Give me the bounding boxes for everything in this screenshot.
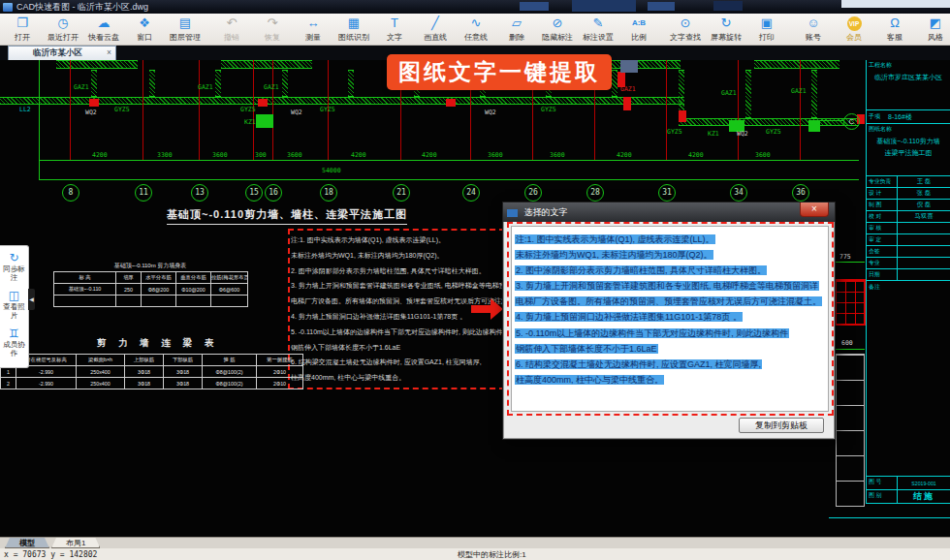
side-panel-items: ↻ 同步标注 ◫ 查看照片 ♊ 成员协作: [0, 251, 28, 358]
subproject-label: 子项: [869, 112, 880, 121]
table-cell: 梁截面b×h: [77, 355, 125, 366]
titleblock-row-label: 审 核: [867, 223, 898, 233]
extracted-text-area[interactable]: 注:1. 图中实线表示为墙体(Q1), 虚线表示连梁(LL)。 未标注外墙均为W…: [511, 226, 829, 412]
table-header-row: 标 高墙厚水平分布筋垂直分布筋拉筋(梅花形布置): [54, 272, 248, 284]
toolbar-item-icon: ↻: [709, 16, 744, 31]
table-cell: 3Φ18: [125, 366, 164, 378]
extracted-text-line[interactable]: 未标注外墙均为WQ1, 未标注内墙均为180厚(Q2)。: [515, 246, 825, 262]
dialog-titlebar[interactable]: 选择的文字 ×: [503, 202, 835, 222]
sheetname-label: 图纸名称: [869, 125, 948, 134]
titleblock-row-value: 王 磊: [898, 177, 950, 186]
toolbar-item[interactable]: ▱ 删除: [496, 16, 537, 43]
axis-bubble: 18: [320, 184, 337, 202]
toolbar-item[interactable]: ◩ 风格: [915, 16, 950, 43]
document-tab[interactable]: × 临沂市某小区: [8, 46, 116, 60]
axis-bubble: 8: [62, 184, 79, 202]
toolbar-item-label: 图层管理: [168, 32, 203, 43]
background-window-fragment: [841, 0, 950, 8]
table-cell: 3Φ18: [125, 378, 164, 389]
annotation-scale: 模型中的标注比例:1: [458, 549, 526, 560]
extracted-text-line[interactable]: 注:1. 图中实线表示为墙体(Q1), 虚线表示连梁(LL)。: [515, 231, 825, 246]
copy-to-clipboard-button[interactable]: 复制到剪贴板: [739, 418, 824, 433]
toolbar-item-label: 隐藏标注: [540, 32, 575, 43]
table-row: 1-2.990250x4003Φ183Φ18Φ8@100(2)2Φ10: [1, 366, 303, 378]
toolbar-item[interactable]: T 文字: [374, 16, 415, 43]
extracted-text-line[interactable]: 5. -0.110m以上墙体的边缘构件当下部无对应边缘构件时, 则此边缘构件: [515, 325, 825, 340]
sidebar-item-label: 成员协作: [0, 340, 28, 358]
toolbar-item[interactable]: ❐ 打开: [2, 16, 43, 43]
toolbar-item-icon: A:B: [621, 16, 656, 31]
background-window-fragment: [620, 60, 638, 73]
dialog-close-button[interactable]: ×: [800, 202, 829, 217]
toolbar-item-icon: ↶: [214, 16, 249, 31]
layout-tab[interactable]: 布局1: [51, 538, 100, 548]
extracted-text-line[interactable]: 柱高度400mm, 柱中心与梁中线重合。: [515, 371, 825, 387]
extracted-text-line[interactable]: 钢筋伸入下部墙体长度不小于1.6LaE: [515, 340, 825, 356]
status-bar: x = 70673 y = 142802 模型中的标注比例:1: [0, 548, 950, 560]
toolbar-item-label: 风格: [918, 32, 950, 43]
extracted-text-line[interactable]: 2. 图中涂阴影部分表示剪力墙暗柱范围, 具体尺寸详暗柱大样图。: [515, 262, 825, 277]
toolbar-item[interactable]: VIP 会员: [834, 16, 874, 43]
table-cell: Φ10@200: [176, 284, 211, 296]
toolbar-item[interactable]: ⊙ 文字查找: [665, 16, 706, 43]
panel-collapse-icon[interactable]: ◀: [28, 289, 35, 310]
toolbar-item-icon: ⊙: [668, 16, 703, 31]
extracted-text-line[interactable]: 6. 结构梁交混凝土墙处无边缘构件时, 应设置GAZ1, 柱宽同墙厚,: [515, 356, 825, 371]
extracted-text-line[interactable]: 4. 剪力墙上预留洞口边补强做法详图集11G101-1第78页 。: [515, 308, 825, 324]
toolbar-item-icon: ▤: [168, 16, 203, 31]
toolbar-item[interactable]: ↶ 撤销: [211, 16, 252, 43]
selected-text: 注:1. 图中实线表示为墙体(Q1), 虚线表示连梁(LL)。: [515, 234, 715, 244]
titleblock-row-label: 设 计: [867, 188, 898, 199]
toolbar-item-icon: ▦: [336, 16, 371, 31]
titleblock-note-label: 备注: [867, 281, 950, 294]
toolbar-item-label: 删除: [499, 32, 534, 43]
toolbar-item[interactable]: ✎ 标注设置: [578, 16, 618, 43]
titleblock-row-label: 校 对: [867, 211, 898, 222]
tab-close-icon[interactable]: ×: [107, 47, 111, 59]
titleblock-row-label: 会签: [867, 246, 898, 257]
toolbar-item[interactable]: ▣ 打印: [746, 16, 787, 43]
toolbar-item[interactable]: ❖ 窗口: [124, 16, 165, 43]
model-tab[interactable]: 模型: [5, 538, 49, 548]
window-titlebar[interactable]: CAD快速看图 - 临沂市某小区.dwg: [0, 0, 950, 14]
sidebar-item[interactable]: ◫ 查看照片: [0, 289, 28, 320]
toolbar-item-icon: ✎: [581, 16, 616, 31]
toolbar-item[interactable]: ◷ 最近打开: [43, 16, 83, 43]
toolbar-item[interactable]: ↷ 恢复: [252, 16, 293, 43]
sidebar-item[interactable]: ↻ 同步标注: [0, 251, 28, 282]
toolbar-item[interactable]: ⊘ 隐藏标注: [537, 16, 578, 43]
toolbar-item[interactable]: A:B 比例: [618, 16, 659, 43]
toolbar-item[interactable]: ╱ 画直线: [415, 16, 456, 43]
titleblock-row: 校 对 马双喜: [867, 211, 950, 223]
toolbar-item[interactable]: ↻ 屏幕旋转: [706, 16, 746, 43]
toolbar-item-label: 打开: [5, 32, 40, 43]
document-tab-label: 临沂市某小区: [33, 47, 82, 57]
toolbar-item-label: 文字查找: [668, 32, 703, 43]
titleblock-row-label: 专业: [867, 258, 898, 268]
toolbar-item[interactable]: ▤ 图层管理: [165, 16, 206, 43]
selected-text: 5. -0.110m以上墙体的边缘构件当下部无对应边缘构件时, 则此边缘构件: [515, 328, 789, 338]
toolbar-item-label: 画直线: [418, 32, 453, 43]
extracted-text-line[interactable]: 电梯厂方设备图。所有墙体的预留洞、预埋套管应核对无误后方可浇注混凝土。: [515, 293, 825, 308]
sheetname-line1: 基础顶~-0.110剪力墙: [869, 137, 948, 145]
table-cell: 250x400: [77, 378, 125, 389]
toolbar-item[interactable]: ↔ 测量: [293, 16, 333, 43]
toolbar-item-icon: ╱: [418, 16, 453, 31]
table-cell: 标 高: [54, 272, 116, 284]
toolbar-item[interactable]: ☺ 账号: [793, 16, 834, 43]
toolbar-item[interactable]: Ω 客服: [874, 16, 915, 43]
toolbar-item[interactable]: ▦ 图纸识别: [333, 16, 374, 43]
toolbar-item[interactable]: ☁ 快看云盘: [83, 16, 124, 43]
sidebar-item[interactable]: ♊ 成员协作: [0, 327, 28, 358]
table-cell: 3Φ18: [164, 366, 203, 378]
beam-schedule-table: 层号所在楼层号及标高梁截面b×h上部纵筋下部纵筋箍 筋第一侧腰筋1-2.9902…: [0, 354, 303, 389]
toolbar-item[interactable]: ∿ 任意线: [456, 16, 496, 43]
toolbar-item-label: 标注设置: [581, 32, 616, 43]
selected-text: 钢筋伸入下部墙体长度不小于1.6LaE: [515, 344, 658, 354]
sheetname-line2: 连梁平法施工图: [869, 148, 948, 157]
sheet-number-value: S2019-001: [898, 481, 950, 486]
toolbar-item-icon: ◩: [918, 16, 950, 31]
extracted-text-line[interactable]: 3. 剪力墙上开洞和预留套管详建筑图和各专业图纸, 电梯呼梯盒等电梯预留洞详: [515, 277, 825, 293]
selected-text: 未标注外墙均为WQ1, 未标注内墙均为180厚(Q2)。: [515, 250, 713, 260]
table-cell: 2: [1, 378, 16, 389]
